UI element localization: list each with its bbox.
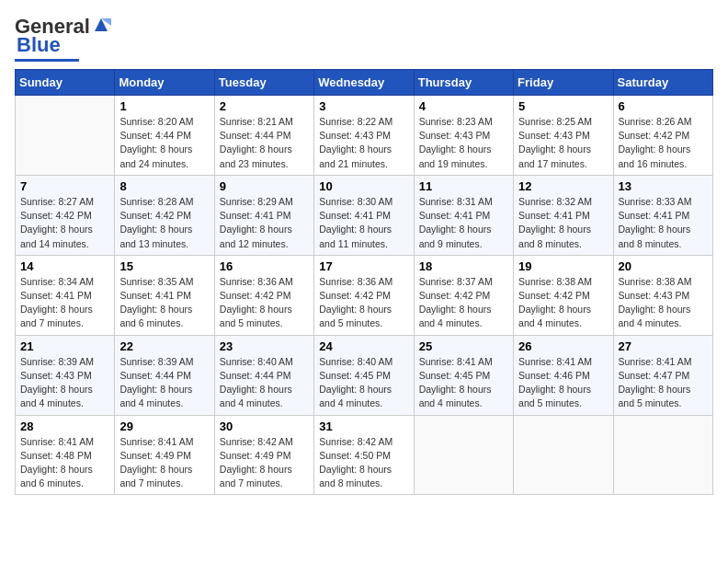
calendar-cell: 4Sunrise: 8:23 AMSunset: 4:43 PMDaylight…	[414, 96, 513, 176]
calendar-cell: 17Sunrise: 8:36 AMSunset: 4:42 PMDayligh…	[314, 255, 414, 335]
logo-icon	[91, 15, 111, 35]
day-info: Sunrise: 8:41 AMSunset: 4:46 PMDaylight:…	[518, 355, 608, 411]
calendar-cell: 24Sunrise: 8:40 AMSunset: 4:45 PMDayligh…	[314, 335, 414, 415]
calendar-cell: 31Sunrise: 8:42 AMSunset: 4:50 PMDayligh…	[314, 415, 414, 495]
day-info: Sunrise: 8:27 AMSunset: 4:42 PMDaylight:…	[20, 195, 109, 251]
day-info: Sunrise: 8:20 AMSunset: 4:44 PMDaylight:…	[119, 115, 209, 171]
day-info: Sunrise: 8:32 AMSunset: 4:41 PMDaylight:…	[518, 195, 608, 251]
day-number: 6	[619, 99, 708, 113]
calendar-cell: 15Sunrise: 8:35 AMSunset: 4:41 PMDayligh…	[115, 255, 214, 335]
day-info: Sunrise: 8:23 AMSunset: 4:43 PMDaylight:…	[419, 115, 508, 171]
day-number: 16	[220, 259, 309, 273]
day-number: 26	[518, 339, 608, 353]
calendar-cell: 9Sunrise: 8:29 AMSunset: 4:41 PMDaylight…	[214, 175, 313, 255]
col-header-saturday: Saturday	[613, 70, 712, 96]
day-info: Sunrise: 8:25 AMSunset: 4:43 PMDaylight:…	[518, 115, 608, 171]
day-number: 30	[220, 419, 309, 433]
calendar-cell	[16, 96, 115, 176]
day-info: Sunrise: 8:22 AMSunset: 4:43 PMDaylight:…	[319, 115, 408, 171]
col-header-monday: Monday	[115, 70, 214, 96]
day-number: 23	[220, 339, 309, 353]
logo-blue: Blue	[17, 33, 61, 57]
day-info: Sunrise: 8:40 AMSunset: 4:45 PMDaylight:…	[319, 355, 408, 411]
calendar-cell	[414, 415, 513, 495]
calendar-cell: 5Sunrise: 8:25 AMSunset: 4:43 PMDaylight…	[514, 96, 613, 176]
day-number: 8	[119, 179, 209, 193]
col-header-tuesday: Tuesday	[214, 70, 313, 96]
day-info: Sunrise: 8:42 AMSunset: 4:49 PMDaylight:…	[220, 435, 309, 491]
day-number: 29	[119, 419, 209, 433]
day-number: 19	[518, 259, 608, 273]
calendar-cell	[613, 415, 712, 495]
day-number: 18	[419, 259, 508, 273]
day-info: Sunrise: 8:40 AMSunset: 4:44 PMDaylight:…	[220, 355, 309, 411]
col-header-friday: Friday	[514, 70, 613, 96]
day-number: 24	[319, 339, 408, 353]
day-number: 5	[518, 99, 608, 113]
calendar-cell: 11Sunrise: 8:31 AMSunset: 4:41 PMDayligh…	[414, 175, 513, 255]
calendar-cell: 28Sunrise: 8:41 AMSunset: 4:48 PMDayligh…	[16, 415, 115, 495]
calendar-cell: 26Sunrise: 8:41 AMSunset: 4:46 PMDayligh…	[514, 335, 613, 415]
day-info: Sunrise: 8:26 AMSunset: 4:42 PMDaylight:…	[619, 115, 708, 171]
calendar-cell: 10Sunrise: 8:30 AMSunset: 4:41 PMDayligh…	[314, 175, 414, 255]
col-header-thursday: Thursday	[414, 70, 513, 96]
calendar-cell: 7Sunrise: 8:27 AMSunset: 4:42 PMDaylight…	[16, 175, 115, 255]
logo-underline	[15, 59, 79, 62]
day-number: 21	[20, 339, 109, 353]
day-info: Sunrise: 8:39 AMSunset: 4:44 PMDaylight:…	[119, 355, 209, 411]
day-info: Sunrise: 8:41 AMSunset: 4:47 PMDaylight:…	[619, 355, 708, 411]
day-number: 11	[419, 179, 508, 193]
calendar-cell: 13Sunrise: 8:33 AMSunset: 4:41 PMDayligh…	[613, 175, 712, 255]
day-number: 9	[220, 179, 309, 193]
day-info: Sunrise: 8:37 AMSunset: 4:42 PMDaylight:…	[419, 275, 508, 331]
calendar-cell: 22Sunrise: 8:39 AMSunset: 4:44 PMDayligh…	[115, 335, 214, 415]
week-row-2: 7Sunrise: 8:27 AMSunset: 4:42 PMDaylight…	[16, 175, 713, 255]
calendar-cell: 2Sunrise: 8:21 AMSunset: 4:44 PMDaylight…	[214, 96, 313, 176]
day-number: 25	[419, 339, 508, 353]
day-info: Sunrise: 8:34 AMSunset: 4:41 PMDaylight:…	[20, 275, 109, 331]
day-info: Sunrise: 8:35 AMSunset: 4:41 PMDaylight:…	[119, 275, 209, 331]
day-number: 4	[419, 99, 508, 113]
day-info: Sunrise: 8:42 AMSunset: 4:50 PMDaylight:…	[319, 435, 408, 491]
calendar-cell: 21Sunrise: 8:39 AMSunset: 4:43 PMDayligh…	[16, 335, 115, 415]
page-header: General Blue	[15, 15, 713, 62]
day-info: Sunrise: 8:36 AMSunset: 4:42 PMDaylight:…	[319, 275, 408, 331]
col-header-wednesday: Wednesday	[314, 70, 414, 96]
day-info: Sunrise: 8:31 AMSunset: 4:41 PMDaylight:…	[419, 195, 508, 251]
day-number: 13	[619, 179, 708, 193]
week-row-1: 1Sunrise: 8:20 AMSunset: 4:44 PMDaylight…	[16, 96, 713, 176]
calendar-cell: 27Sunrise: 8:41 AMSunset: 4:47 PMDayligh…	[613, 335, 712, 415]
week-row-3: 14Sunrise: 8:34 AMSunset: 4:41 PMDayligh…	[16, 255, 713, 335]
day-number: 14	[20, 259, 109, 273]
week-row-5: 28Sunrise: 8:41 AMSunset: 4:48 PMDayligh…	[16, 415, 713, 495]
calendar-cell: 8Sunrise: 8:28 AMSunset: 4:42 PMDaylight…	[115, 175, 214, 255]
calendar-cell: 30Sunrise: 8:42 AMSunset: 4:49 PMDayligh…	[214, 415, 313, 495]
day-number: 31	[319, 419, 408, 433]
calendar-cell: 12Sunrise: 8:32 AMSunset: 4:41 PMDayligh…	[514, 175, 613, 255]
col-header-sunday: Sunday	[16, 70, 115, 96]
calendar-cell: 16Sunrise: 8:36 AMSunset: 4:42 PMDayligh…	[214, 255, 313, 335]
day-info: Sunrise: 8:41 AMSunset: 4:45 PMDaylight:…	[419, 355, 508, 411]
calendar-cell: 25Sunrise: 8:41 AMSunset: 4:45 PMDayligh…	[414, 335, 513, 415]
header-row: SundayMondayTuesdayWednesdayThursdayFrid…	[16, 70, 713, 96]
calendar-cell: 3Sunrise: 8:22 AMSunset: 4:43 PMDaylight…	[314, 96, 414, 176]
day-number: 20	[619, 259, 708, 273]
day-number: 10	[319, 179, 408, 193]
day-info: Sunrise: 8:41 AMSunset: 4:49 PMDaylight:…	[119, 435, 209, 491]
day-number: 3	[319, 99, 408, 113]
week-row-4: 21Sunrise: 8:39 AMSunset: 4:43 PMDayligh…	[16, 335, 713, 415]
day-number: 22	[119, 339, 209, 353]
calendar-cell: 6Sunrise: 8:26 AMSunset: 4:42 PMDaylight…	[613, 96, 712, 176]
calendar-cell: 20Sunrise: 8:38 AMSunset: 4:43 PMDayligh…	[613, 255, 712, 335]
day-number: 1	[119, 99, 209, 113]
day-info: Sunrise: 8:30 AMSunset: 4:41 PMDaylight:…	[319, 195, 408, 251]
calendar-cell: 18Sunrise: 8:37 AMSunset: 4:42 PMDayligh…	[414, 255, 513, 335]
day-info: Sunrise: 8:38 AMSunset: 4:42 PMDaylight:…	[518, 275, 608, 331]
day-info: Sunrise: 8:21 AMSunset: 4:44 PMDaylight:…	[220, 115, 309, 171]
calendar-table: SundayMondayTuesdayWednesdayThursdayFrid…	[15, 69, 713, 495]
day-info: Sunrise: 8:39 AMSunset: 4:43 PMDaylight:…	[20, 355, 109, 411]
day-info: Sunrise: 8:38 AMSunset: 4:43 PMDaylight:…	[619, 275, 708, 331]
day-number: 17	[319, 259, 408, 273]
day-number: 28	[20, 419, 109, 433]
day-info: Sunrise: 8:41 AMSunset: 4:48 PMDaylight:…	[20, 435, 109, 491]
